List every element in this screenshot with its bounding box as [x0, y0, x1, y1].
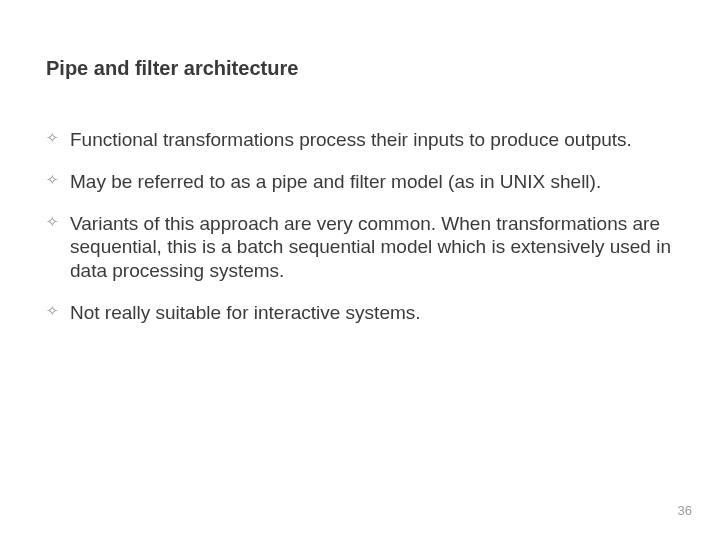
- list-item: ✧ May be referred to as a pipe and filte…: [46, 170, 674, 194]
- list-item: ✧ Variants of this approach are very com…: [46, 212, 674, 283]
- diamond-icon: ✧: [46, 302, 59, 321]
- bullet-text: Functional transformations process their…: [70, 129, 632, 150]
- bullet-text: Not really suitable for interactive syst…: [70, 302, 421, 323]
- list-item: ✧ Functional transformations process the…: [46, 128, 674, 152]
- page-title: Pipe and filter architecture: [46, 56, 674, 80]
- diamond-icon: ✧: [46, 129, 59, 148]
- bullet-text: May be referred to as a pipe and filter …: [70, 171, 601, 192]
- diamond-icon: ✧: [46, 213, 59, 232]
- slide: Pipe and filter architecture ✧ Functiona…: [0, 0, 720, 540]
- bullet-list: ✧ Functional transformations process the…: [46, 128, 674, 325]
- diamond-icon: ✧: [46, 171, 59, 190]
- page-number: 36: [678, 503, 692, 518]
- list-item: ✧ Not really suitable for interactive sy…: [46, 301, 674, 325]
- bullet-text: Variants of this approach are very commo…: [70, 213, 671, 282]
